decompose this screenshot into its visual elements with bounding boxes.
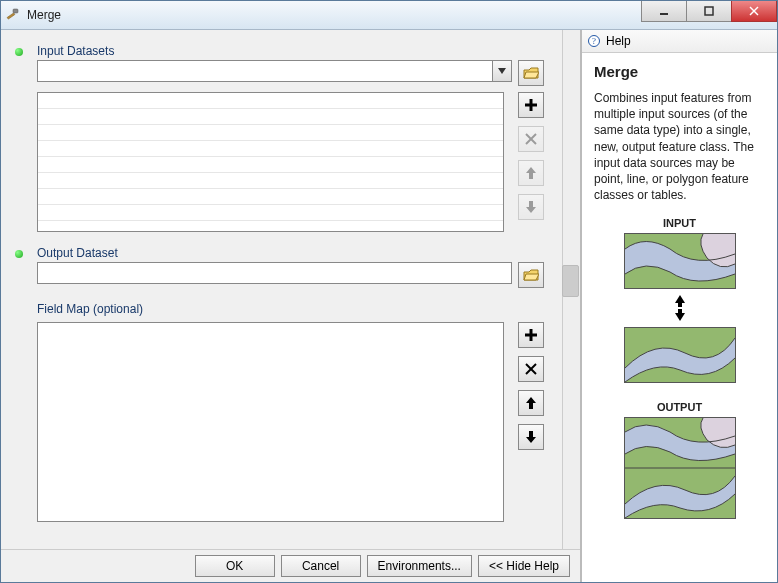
titlebar: Merge — [1, 1, 777, 30]
required-dot-icon — [15, 48, 23, 56]
plus-icon — [524, 98, 538, 112]
help-panel-header: ? Help — [582, 30, 777, 53]
help-content: Merge Combines input features from multi… — [582, 53, 777, 533]
svg-rect-0 — [7, 13, 15, 19]
window-controls — [642, 1, 777, 22]
fieldmap-add-button[interactable] — [518, 322, 544, 348]
fieldmap-remove-button[interactable] — [518, 356, 544, 382]
input-datasets-label: Input Datasets — [37, 44, 544, 58]
help-description: Combines input features from multiple in… — [594, 90, 765, 203]
help-icon: ? — [588, 35, 600, 47]
input-datasets-side-buttons — [504, 92, 544, 232]
svg-rect-1 — [13, 9, 18, 13]
svg-rect-3 — [705, 7, 713, 15]
vertical-scrollbar[interactable] — [562, 30, 580, 549]
output-dataset-section: Output Dataset — [37, 246, 544, 288]
fieldmap-down-button[interactable] — [518, 424, 544, 450]
arrow-up-icon — [525, 166, 537, 180]
merge-arrows-icon — [594, 293, 765, 323]
scrollbar-thumb[interactable] — [562, 265, 579, 297]
illus-input-label: INPUT — [594, 217, 765, 229]
folder-open-icon — [523, 268, 539, 282]
svg-marker-6 — [498, 68, 506, 74]
add-button[interactable] — [518, 92, 544, 118]
cancel-button[interactable]: Cancel — [281, 555, 361, 577]
help-illustration: INPUT — [594, 217, 765, 519]
ok-button[interactable]: OK — [195, 555, 275, 577]
illus-output-box — [624, 417, 736, 519]
minimize-button[interactable] — [641, 1, 687, 22]
input-datasets-section: Input Datasets — [37, 44, 544, 232]
move-up-button[interactable] — [518, 160, 544, 186]
output-dataset-label: Output Dataset — [37, 246, 544, 260]
browse-input-button[interactable] — [518, 60, 544, 86]
dropdown-toggle[interactable] — [492, 61, 511, 81]
svg-marker-21 — [526, 397, 536, 409]
svg-marker-13 — [526, 167, 536, 179]
svg-marker-8 — [524, 72, 539, 78]
x-icon — [525, 363, 537, 375]
plus-icon — [524, 328, 538, 342]
field-map-label: Field Map (optional) — [37, 302, 544, 316]
environments-button[interactable]: Environments... — [367, 555, 472, 577]
dialog-footer: OK Cancel Environments... << Hide Help — [1, 549, 580, 582]
merge-dialog-window: Merge Input Datasets — [0, 0, 778, 583]
folder-open-icon — [523, 66, 539, 80]
illus-input-box-top — [624, 233, 736, 289]
field-map-tree[interactable] — [37, 322, 504, 522]
svg-marker-22 — [526, 431, 536, 443]
x-icon — [525, 133, 537, 145]
help-panel: ? Help Merge Combines input features fro… — [581, 30, 777, 582]
arrow-up-icon — [525, 396, 537, 410]
form-area: Input Datasets — [1, 30, 562, 549]
svg-marker-26 — [675, 295, 685, 307]
remove-button[interactable] — [518, 126, 544, 152]
output-dataset-input[interactable] — [37, 262, 512, 284]
arrow-down-icon — [525, 430, 537, 444]
required-dot-icon — [15, 250, 23, 258]
browse-output-button[interactable] — [518, 262, 544, 288]
move-down-button[interactable] — [518, 194, 544, 220]
illus-output-label: OUTPUT — [594, 401, 765, 413]
input-datasets-combo[interactable] — [37, 60, 512, 82]
close-button[interactable] — [731, 1, 777, 22]
illus-input-box-bottom — [624, 327, 736, 383]
hammer-icon — [5, 7, 21, 23]
fieldmap-up-button[interactable] — [518, 390, 544, 416]
input-datasets-list[interactable] — [37, 92, 504, 232]
svg-marker-14 — [526, 201, 536, 213]
input-datasets-input[interactable] — [38, 61, 492, 81]
help-title: Merge — [594, 63, 765, 80]
svg-text:?: ? — [592, 36, 596, 46]
svg-marker-27 — [675, 309, 685, 321]
maximize-button[interactable] — [686, 1, 732, 22]
help-panel-label: Help — [606, 34, 631, 48]
svg-marker-16 — [524, 274, 539, 280]
window-title: Merge — [27, 8, 61, 22]
arrow-down-icon — [525, 200, 537, 214]
field-map-side-buttons — [504, 322, 544, 522]
hide-help-button[interactable]: << Hide Help — [478, 555, 570, 577]
field-map-section: Field Map (optional) — [37, 302, 544, 522]
